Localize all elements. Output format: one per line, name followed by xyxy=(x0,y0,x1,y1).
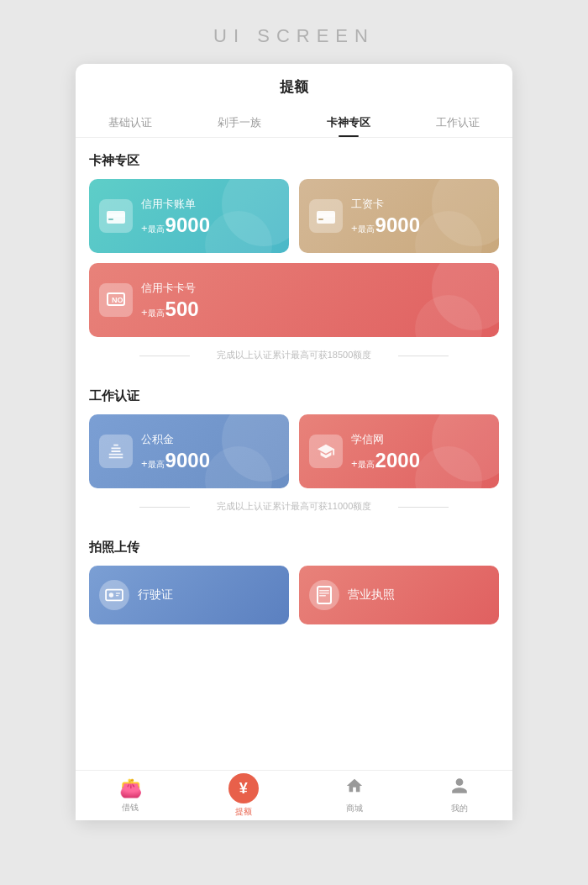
raise-icon: ¥ xyxy=(228,773,259,803)
credit-number-name: 信用卡卡号 xyxy=(141,281,489,296)
credit-number-num: 500 xyxy=(165,299,199,319)
business-license-icon xyxy=(309,580,339,610)
mall-label: 商城 xyxy=(346,803,363,814)
xuexin-prefix: + xyxy=(351,457,358,470)
work-zone-hint: 完成以上认证累计最高可获11000额度 xyxy=(89,500,499,513)
credit-number-max: 最高 xyxy=(148,308,165,319)
svg-text:NO.: NO. xyxy=(112,296,125,304)
work-zone-title: 工作认证 xyxy=(89,373,499,414)
credit-number-prefix: + xyxy=(141,306,148,319)
borrow-icon: 👛 xyxy=(119,777,142,799)
top-navigation: 提额 基础认证 剁手一族 卡神专区 工作认证 xyxy=(76,64,512,138)
xuexin-name: 学信网 xyxy=(351,432,489,447)
svg-rect-8 xyxy=(106,590,123,601)
borrow-label: 借钱 xyxy=(122,802,139,814)
credit-bill-number: 9000 xyxy=(165,215,210,235)
credit-number-card[interactable]: NO. 信用卡卡号 + 最高 500 xyxy=(89,263,499,337)
xuexin-max: 最高 xyxy=(358,459,375,471)
xuexin-amount: + 最高 2000 xyxy=(351,450,489,471)
xuexin-card[interactable]: 学信网 + 最高 2000 xyxy=(299,414,499,488)
salary-max: 最高 xyxy=(358,224,375,235)
provident-fund-card[interactable]: 公积金 + 最高 9000 xyxy=(89,414,289,488)
svg-rect-10 xyxy=(116,593,120,593)
mine-icon xyxy=(450,777,469,800)
svg-point-9 xyxy=(109,593,113,597)
phone-container: 提额 基础认证 剁手一族 卡神专区 工作认证 卡神专区 xyxy=(76,64,512,820)
bottom-tab-bar: 👛 借钱 ¥ 提额 商城 xyxy=(76,770,512,820)
page-header: UI SCREEN xyxy=(0,0,588,64)
svg-rect-14 xyxy=(319,593,329,594)
svg-rect-3 xyxy=(317,211,335,224)
provident-fund-amount: + 最高 9000 xyxy=(141,450,279,471)
card-zone-grid: 信用卡账单 + 最高 9000 xyxy=(89,179,499,253)
credit-bill-icon xyxy=(99,199,133,233)
salary-card-name: 工资卡 xyxy=(351,197,489,212)
salary-prefix: + xyxy=(351,222,358,234)
credit-bill-card[interactable]: 信用卡账单 + 最高 9000 xyxy=(89,179,289,253)
phone-wrapper: 提额 基础认证 剁手一族 卡神专区 工作认证 卡神专区 xyxy=(76,64,512,820)
credit-number-amount: + 最高 500 xyxy=(141,299,489,319)
xuexin-icon xyxy=(309,435,343,468)
business-license-name: 营业执照 xyxy=(348,587,395,603)
salary-card-text: 工资卡 + 最高 9000 xyxy=(351,197,489,235)
work-zone-grid: 公积金 + 最高 9000 xyxy=(89,414,499,488)
bottom-tab-mall[interactable]: 商城 xyxy=(345,777,364,814)
business-license-card[interactable]: 营业执照 xyxy=(299,566,499,624)
salary-card[interactable]: 工资卡 + 最高 9000 xyxy=(299,179,499,253)
card-zone-hint: 完成以上认证累计最高可获18500额度 xyxy=(89,349,499,361)
raise-label: 提额 xyxy=(235,806,252,818)
xuexin-text: 学信网 + 最高 2000 xyxy=(351,432,489,471)
svg-rect-4 xyxy=(317,213,335,217)
upload-zone-title: 拍照上传 xyxy=(89,524,499,566)
bottom-tab-mine[interactable]: 我的 xyxy=(450,777,469,814)
tab-bar: 基础认证 剁手一族 卡神专区 工作认证 xyxy=(76,108,512,137)
credit-bill-max: 最高 xyxy=(148,224,165,235)
provident-prefix: + xyxy=(141,457,148,470)
credit-number-text: 信用卡卡号 + 最高 500 xyxy=(141,281,489,319)
driver-license-card[interactable]: 行驶证 xyxy=(89,566,289,624)
bottom-tab-raise[interactable]: ¥ 提额 xyxy=(228,773,259,818)
svg-rect-15 xyxy=(319,595,326,597)
xuexin-number: 2000 xyxy=(375,450,420,471)
svg-rect-0 xyxy=(107,211,125,224)
tab-basic[interactable]: 基础认证 xyxy=(103,108,157,137)
credit-bill-text: 信用卡账单 + 最高 9000 xyxy=(141,197,279,235)
svg-rect-5 xyxy=(318,219,323,220)
bottom-tab-borrow[interactable]: 👛 借钱 xyxy=(119,777,142,814)
tab-work[interactable]: 工作认证 xyxy=(431,108,485,137)
svg-rect-13 xyxy=(319,590,329,592)
provident-number: 9000 xyxy=(165,450,210,471)
svg-rect-1 xyxy=(107,213,125,217)
mall-icon xyxy=(345,777,364,800)
salary-number: 9000 xyxy=(375,215,420,235)
salary-card-amount: + 最高 9000 xyxy=(351,215,489,235)
credit-bill-name: 信用卡账单 xyxy=(141,197,279,212)
provident-fund-text: 公积金 + 最高 9000 xyxy=(141,432,279,471)
provident-fund-name: 公积金 xyxy=(141,432,279,447)
salary-card-icon xyxy=(309,199,343,233)
credit-bill-prefix: + xyxy=(141,222,148,234)
provident-max: 最高 xyxy=(148,459,165,471)
scroll-content: 卡神专区 信用卡账单 + 最高 xyxy=(76,138,512,820)
page-title: 提额 xyxy=(76,77,512,97)
mine-label: 我的 xyxy=(451,803,468,814)
credit-bill-amount: + 最高 9000 xyxy=(141,215,279,235)
provident-fund-icon xyxy=(99,435,133,468)
svg-rect-2 xyxy=(108,219,113,220)
svg-rect-11 xyxy=(116,595,119,596)
driver-license-name: 行驶证 xyxy=(138,587,173,603)
card-zone-title: 卡神专区 xyxy=(89,138,499,179)
credit-number-icon: NO. xyxy=(99,283,133,317)
tab-blade[interactable]: 剁手一族 xyxy=(213,108,266,137)
upload-cards-grid: 行驶证 营业执照 xyxy=(89,566,499,624)
driver-license-icon xyxy=(99,580,129,610)
tab-card[interactable]: 卡神专区 xyxy=(322,108,375,137)
